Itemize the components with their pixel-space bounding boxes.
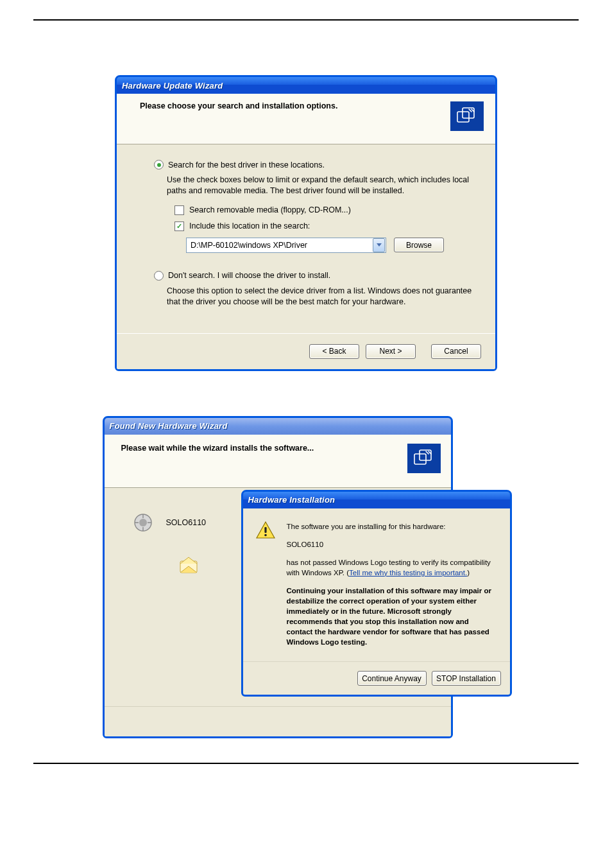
svg-rect-2 xyxy=(414,454,426,464)
figure-2-group: Found New Hardware Wizard Please wait wh… xyxy=(103,416,510,705)
warn-button-bar: Continue Anyway STOP Installation xyxy=(243,661,510,695)
radio-selected-icon xyxy=(154,160,164,169)
chevron-down-icon[interactable] xyxy=(373,238,385,252)
bottom-rule xyxy=(33,763,579,764)
svg-rect-0 xyxy=(457,112,469,122)
back-button[interactable]: < Back xyxy=(309,344,359,359)
file-copy-icon xyxy=(179,555,202,574)
continue-anyway-button[interactable]: Continue Anyway xyxy=(357,671,427,686)
wizard2-header-text: Please wait while the wizard installs th… xyxy=(121,444,314,453)
wizard1-header-text: Please choose your search and installati… xyxy=(140,101,337,110)
svg-point-5 xyxy=(139,519,147,526)
opt-manual-desc: Choose this option to select the device … xyxy=(167,286,479,308)
checkbox-unchecked-icon xyxy=(174,205,184,215)
wizard-hardware-icon xyxy=(450,101,484,131)
location-path-input[interactable] xyxy=(187,241,372,250)
checkbox-include-location[interactable]: Include this location in the search: xyxy=(174,221,479,231)
wizard2-header-strip: Please wait while the wizard installs th… xyxy=(105,435,451,488)
svg-point-8 xyxy=(264,534,267,536)
warning-icon xyxy=(256,521,275,539)
wizard1-title: Hardware Update Wizard xyxy=(122,81,223,91)
logo-testing-link[interactable]: Tell me why this testing is important. xyxy=(349,569,467,577)
cancel-button[interactable]: Cancel xyxy=(431,344,481,359)
wizard-hardware-icon xyxy=(407,444,441,473)
device-icon xyxy=(133,512,153,533)
radio-unselected-icon xyxy=(154,271,164,281)
checkbox-include-label: Include this location in the search: xyxy=(189,221,310,230)
wizard1-header-strip: Please choose your search and installati… xyxy=(117,94,495,144)
warn-bold-text: Continuing your installation of this sof… xyxy=(287,586,497,648)
warn-line2: has not passed Windows Logo testing to v… xyxy=(287,557,497,578)
checkbox-removable-media[interactable]: Search removable media (floppy, CD-ROM..… xyxy=(174,205,479,215)
svg-rect-7 xyxy=(264,527,266,533)
checkbox-removable-label: Search removable media (floppy, CD-ROM..… xyxy=(189,205,351,214)
warn-dialog-titlebar[interactable]: Hardware Installation xyxy=(243,492,510,508)
stop-installation-button[interactable]: STOP Installation xyxy=(432,671,501,686)
warn-line2b: ) xyxy=(467,569,470,577)
opt-search-desc: Use the check boxes below to limit or ex… xyxy=(167,175,479,196)
radio-search-best-driver[interactable]: Search for the best driver in these loca… xyxy=(154,160,479,169)
browse-button[interactable]: Browse xyxy=(394,238,444,252)
next-button[interactable]: Next > xyxy=(366,344,416,359)
warn-dialog-title: Hardware Installation xyxy=(248,495,336,505)
radio-dont-search[interactable]: Don't search. I will choose the driver t… xyxy=(154,271,479,281)
hardware-installation-dialog: Hardware Installation The software you a… xyxy=(241,490,512,697)
wizard1-titlebar[interactable]: Hardware Update Wizard xyxy=(117,77,495,94)
warn-line1: The software you are installing for this… xyxy=(287,521,497,532)
location-path-combobox[interactable] xyxy=(186,238,386,253)
wizard1-button-bar: < Back Next > Cancel xyxy=(117,333,495,369)
wizard2-titlebar[interactable]: Found New Hardware Wizard xyxy=(105,418,451,435)
hardware-update-wizard-window: Hardware Update Wizard Please choose you… xyxy=(115,75,497,371)
installing-device-name: SOLO6110 xyxy=(166,518,207,527)
warn-device: SOLO6110 xyxy=(287,539,497,550)
radio-search-label: Search for the best driver in these loca… xyxy=(168,161,325,169)
wizard2-title: Found New Hardware Wizard xyxy=(110,421,228,431)
radio-dont-search-label: Don't search. I will choose the driver t… xyxy=(168,271,330,280)
checkbox-checked-icon xyxy=(174,221,184,231)
